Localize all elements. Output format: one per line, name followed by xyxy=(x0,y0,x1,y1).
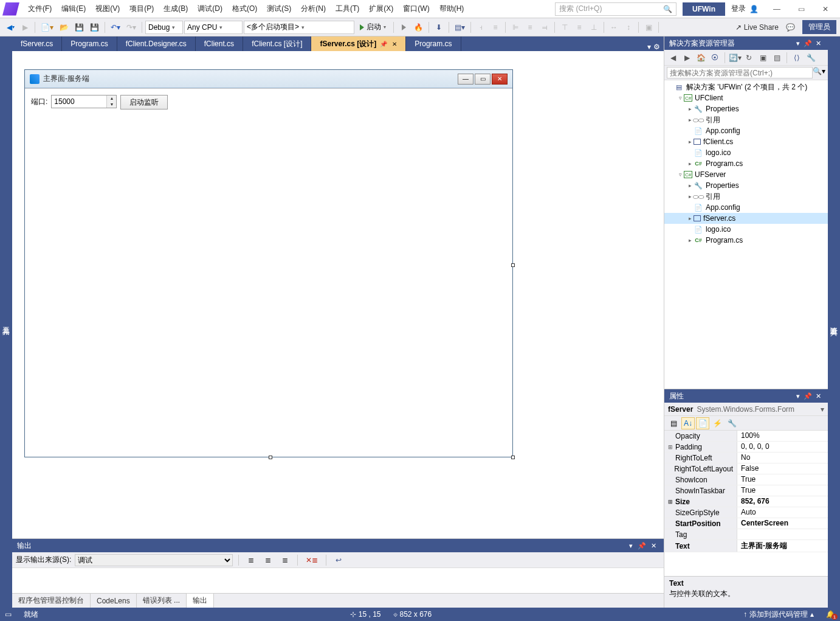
menu-3[interactable]: 项目(P) xyxy=(125,1,159,16)
align-button-1[interactable]: ⫞ xyxy=(474,21,487,34)
feedback-button[interactable]: 💬 xyxy=(783,21,797,34)
notifications-button[interactable]: 🔔1 xyxy=(826,610,835,619)
se-back-icon[interactable]: ◀ xyxy=(667,52,679,64)
alphabetical-icon[interactable]: A↓ xyxy=(681,417,695,429)
save-all-button[interactable]: 💾 xyxy=(88,21,102,34)
tree-item-2[interactable]: ▸🔧Properties xyxy=(664,103,828,114)
tree-item-5[interactable]: ▸fClient.cs xyxy=(664,136,828,147)
align-bottom-button[interactable]: ⊥ xyxy=(587,21,601,34)
tree-item-3[interactable]: ▸⬭⬭引用 xyxy=(664,114,828,125)
se-home-icon[interactable]: 🏠 xyxy=(695,52,707,64)
se-close-icon[interactable]: ✕ xyxy=(814,40,823,47)
prop-row-ShowInTaskbar[interactable]: ShowInTaskbarTrue xyxy=(664,485,828,496)
se-pin-icon[interactable]: 📌 xyxy=(802,40,814,47)
hot-reload-button[interactable]: 🔥 xyxy=(411,21,425,34)
prop-row-StartPosition[interactable]: StartPositionCenterScreen xyxy=(664,518,828,529)
menu-4[interactable]: 生成(B) xyxy=(159,1,193,16)
tree-item-4[interactable]: 📄App.config xyxy=(664,125,828,136)
out-btn-1[interactable]: ≣ xyxy=(244,553,258,567)
prop-pages-icon[interactable]: 🔧 xyxy=(725,417,738,429)
start-listen-button[interactable]: 启动监听 xyxy=(120,95,168,109)
wrap-output-button[interactable]: ↩ xyxy=(332,553,345,567)
output-source-combo[interactable]: 调试 xyxy=(75,554,233,566)
port-numeric-input[interactable]: ▲▼ xyxy=(51,95,117,108)
start-debug-button[interactable]: 启动▾ xyxy=(356,21,390,34)
tree-item-13[interactable]: 📄logo.ico xyxy=(664,224,828,235)
hspace-button[interactable]: ↔ xyxy=(607,21,621,34)
tree-item-12[interactable]: ▸fServer.cs xyxy=(664,213,828,224)
tab-dropdown-icon[interactable]: ▾ xyxy=(647,43,651,51)
bottom-tab-2[interactable]: 错误列表 ... xyxy=(137,594,187,608)
panel-pin-icon[interactable]: 📌 xyxy=(635,542,649,550)
config-combo[interactable]: Debug▾ xyxy=(145,21,183,34)
doc-tab-2[interactable]: fClient.Designer.cs xyxy=(117,36,196,51)
open-file-button[interactable]: 📂 xyxy=(57,21,71,34)
source-control-button[interactable]: ↑ 添加到源代码管理 ▴ xyxy=(743,609,814,620)
undo-button[interactable]: ↶▾ xyxy=(108,21,123,34)
se-code-icon[interactable]: ⟨⟩ xyxy=(791,52,803,64)
align-center-button[interactable]: ≡ xyxy=(523,21,537,34)
doc-tab-5[interactable]: fServer.cs [设计]📌 xyxy=(311,36,406,51)
bring-front-button[interactable]: ▣ xyxy=(642,21,655,34)
prop-row-Padding[interactable]: ⊞Padding0, 0, 0, 0 xyxy=(664,442,828,453)
doc-tab-3[interactable]: fClient.cs xyxy=(196,36,243,51)
nav-fwd-button[interactable]: ▶ xyxy=(18,21,32,34)
align-left-button[interactable]: ⊫ xyxy=(509,21,522,34)
align-mid-button[interactable]: ≡ xyxy=(573,21,586,34)
prop-row-ShowIcon[interactable]: ShowIconTrue xyxy=(664,474,828,485)
prop-row-RightToLeftLayout[interactable]: RightToLeftLayoutFalse xyxy=(664,463,828,474)
minimize-button[interactable]: — xyxy=(765,1,789,17)
tab-options-icon[interactable]: ⚙ xyxy=(653,43,660,51)
bottom-tab-0[interactable]: 程序包管理器控制台 xyxy=(12,594,91,608)
se-fwd-icon[interactable]: ▶ xyxy=(681,52,693,64)
se-refresh-icon[interactable]: 🔄▾ xyxy=(729,52,741,64)
tree-item-14[interactable]: ▸C#Program.cs xyxy=(664,235,828,246)
start-nodebug-button[interactable] xyxy=(397,21,410,34)
prop-row-RightToLeft[interactable]: RightToLeftNo xyxy=(664,453,828,463)
out-btn-3[interactable]: ≣ xyxy=(278,553,292,567)
global-search-input[interactable]: 搜索 (Ctrl+Q) 🔍 xyxy=(555,2,676,16)
prop-row-Opacity[interactable]: Opacity100% xyxy=(664,431,828,442)
tree-item-11[interactable]: 📄App.config xyxy=(664,202,828,213)
toolbox-rail-tab[interactable]: 工具箱 xyxy=(1,319,11,325)
layout-button-1[interactable]: ▤▾ xyxy=(452,21,467,34)
se-search-icon[interactable]: 🔍▾ xyxy=(813,67,825,78)
output-textarea[interactable] xyxy=(12,568,664,593)
login-button[interactable]: 登录 👤 xyxy=(731,4,759,14)
vspace-button[interactable]: ↕ xyxy=(622,21,635,34)
platform-combo[interactable]: Any CPU▾ xyxy=(184,21,243,34)
doc-tab-6[interactable]: Program.cs xyxy=(406,36,461,51)
align-top-button[interactable]: ⊤ xyxy=(558,21,571,34)
menu-7[interactable]: 测试(S) xyxy=(262,1,296,16)
startup-combo[interactable]: <多个启动项目>▾ xyxy=(244,21,354,34)
menu-11[interactable]: 窗口(W) xyxy=(398,1,434,16)
prop-row-Text[interactable]: Text主界面-服务端 xyxy=(664,540,828,552)
maximize-button[interactable]: ▭ xyxy=(789,1,813,17)
se-collapse-icon[interactable]: ▣ xyxy=(757,52,769,64)
menu-5[interactable]: 调试(D) xyxy=(193,1,227,16)
live-share-button[interactable]: ↗ Live Share xyxy=(732,23,782,32)
form-designer-canvas[interactable]: 主界面-服务端 — ▭ ✕ 端口: ▲▼ 启动监听 xyxy=(24,69,513,457)
prop-row-SizeGripStyle[interactable]: SizeGripStyleAuto xyxy=(664,507,828,518)
tree-item-8[interactable]: ▿C#UFServer xyxy=(664,169,828,180)
align-button-2[interactable]: ≡ xyxy=(489,21,502,34)
doc-tab-1[interactable]: Program.cs xyxy=(62,36,117,51)
doc-tab-0[interactable]: fServer.cs xyxy=(12,36,62,51)
se-dropdown-icon[interactable]: ▾ xyxy=(794,40,802,47)
tree-item-10[interactable]: ▸⬭⬭引用 xyxy=(664,191,828,202)
align-right-button[interactable]: ⫤ xyxy=(538,21,551,34)
panel-close-icon[interactable]: ✕ xyxy=(649,542,659,550)
close-button[interactable]: ✕ xyxy=(813,1,838,17)
tree-item-1[interactable]: ▿C#UFClient xyxy=(664,92,828,103)
step-button[interactable]: ⬇ xyxy=(432,21,446,34)
pp-dropdown-icon[interactable]: ▾ xyxy=(794,392,802,400)
se-sync-icon[interactable]: ↻ xyxy=(743,52,755,64)
bottom-tab-3[interactable]: 输出 xyxy=(187,594,214,608)
bottom-tab-1[interactable]: CodeLens xyxy=(91,594,137,608)
categorized-icon[interactable]: ▤ xyxy=(667,417,680,429)
form-body[interactable]: 端口: ▲▼ 启动监听 xyxy=(25,88,512,457)
menu-1[interactable]: 编辑(E) xyxy=(57,1,91,16)
redo-button[interactable]: ↷▾ xyxy=(124,21,139,34)
diagnostics-rail-tab[interactable]: 诊断工具 xyxy=(828,321,839,324)
properties-grid[interactable]: Opacity100%⊞Padding0, 0, 0, 0RightToLeft… xyxy=(664,431,828,576)
